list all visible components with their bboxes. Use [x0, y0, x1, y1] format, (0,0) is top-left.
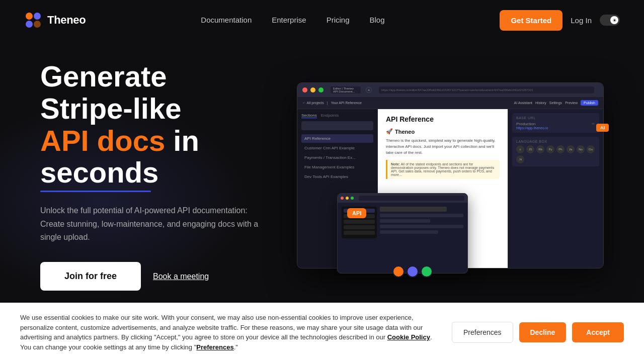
- cookie-buttons: Preferences Decline Accept: [452, 322, 624, 343]
- secondary-main: [380, 207, 463, 238]
- sidebar-dev-tools[interactable]: Dev Tools API Examples: [301, 172, 373, 181]
- avatar-3: [421, 265, 433, 278]
- cookie-banner: We use essential cookies to make our sit…: [0, 303, 644, 362]
- sec-row1: [380, 207, 447, 212]
- svg-point-0: [26, 13, 33, 20]
- lang-nodejs[interactable]: No: [577, 145, 585, 153]
- dot-yellow: [310, 87, 315, 93]
- sec-row2: [380, 214, 463, 217]
- hero-title: Generate Stripe-like API docs in seconds: [40, 60, 267, 192]
- preferences-button[interactable]: Preferences: [452, 322, 513, 343]
- api-ref-badge-text: Theneo: [395, 129, 415, 135]
- nav-right: Get Started Log In ☀: [500, 10, 620, 31]
- lang-js[interactable]: JS: [526, 145, 534, 153]
- navbar: Theneo Documentation Enterprise Pricing …: [0, 0, 644, 40]
- sec-dot-yellow: [346, 197, 349, 200]
- sidebar-search[interactable]: [301, 121, 373, 130]
- sec-dot-green: [351, 197, 354, 200]
- nav-blog[interactable]: Blog: [369, 16, 384, 24]
- lang-net[interactable]: .N: [516, 155, 524, 163]
- avatar-row: [392, 265, 433, 278]
- api-ref-title: API Reference: [386, 115, 500, 123]
- hero-left: Generate Stripe-like API docs in seconds…: [40, 60, 267, 291]
- nav-links: Documentation Enterprise Pricing Blog: [201, 16, 384, 25]
- sections-tab[interactable]: Sections: [301, 113, 317, 118]
- theme-toggle-button[interactable]: ☀: [600, 15, 620, 26]
- avatar-2: [407, 265, 419, 278]
- get-started-button[interactable]: Get Started: [500, 10, 562, 31]
- api-ref-badge: 🚀 Theneo: [386, 128, 415, 135]
- theme-knob: ☀: [610, 16, 618, 24]
- logo[interactable]: Theneo: [24, 11, 86, 29]
- sec-url-bar: [359, 196, 464, 201]
- sec-row5: [380, 230, 438, 234]
- breadcrumb-all[interactable]: ← All projects: [302, 101, 324, 105]
- hero-title-api: API docs: [40, 124, 165, 157]
- lang-php[interactable]: Ph: [556, 145, 565, 153]
- preferences-link[interactable]: Preferences: [196, 343, 233, 351]
- nav-documentation[interactable]: Documentation: [201, 16, 252, 24]
- edit-icon[interactable]: ✏: [592, 122, 595, 126]
- sidebar-file-mgmt[interactable]: File Management Examples: [301, 163, 373, 171]
- ai-assistant-btn[interactable]: AI Assistant: [514, 101, 532, 105]
- sec-sidebar-item3: [344, 220, 375, 224]
- browser-bar: Editor | Theneo API Document... + https:…: [297, 83, 603, 97]
- hero-section: Generate Stripe-like API docs in seconds…: [0, 40, 644, 291]
- sec-sidebar-item4: [344, 225, 375, 229]
- hero-underline: [40, 191, 151, 192]
- svg-point-3: [34, 21, 41, 28]
- sidebar-payments[interactable]: Payments / Transaction Ex...: [301, 153, 373, 162]
- secondary-bar: [338, 194, 467, 203]
- sec-row3: [380, 219, 430, 223]
- nav-pricing[interactable]: Pricing: [327, 16, 350, 24]
- language-dots: c JS Rb Py Ph Ja No Go .N: [516, 145, 595, 163]
- endpoints-tab[interactable]: Endpoints: [321, 113, 339, 118]
- theneo-logo-icon: [24, 11, 42, 29]
- login-button[interactable]: Log In: [571, 16, 592, 25]
- hero-title-line1: Generate Stripe-like: [40, 60, 181, 125]
- lang-curl[interactable]: c: [516, 145, 524, 153]
- publish-btn[interactable]: Publish: [581, 100, 598, 106]
- sidebar-customer-crm[interactable]: Customer Crm API Example: [301, 144, 373, 152]
- hero-right: Editor | Theneo API Document... + https:…: [297, 82, 604, 268]
- dot-green: [318, 87, 324, 93]
- sec-row4: [380, 225, 463, 228]
- sec-dot-red: [341, 197, 344, 200]
- nav-enterprise[interactable]: Enterprise: [272, 16, 306, 24]
- breadcrumb-api-ref[interactable]: Your API Reference: [331, 101, 362, 105]
- browser-tab[interactable]: Editor | Theneo API Document...: [333, 87, 358, 93]
- avatar-1: [392, 265, 405, 278]
- api-badge: API: [347, 208, 366, 218]
- settings-btn[interactable]: Settings: [549, 101, 562, 105]
- browser-url-bar[interactable]: https://app.theneo.io/editor/647aa335eb1…: [379, 86, 594, 94]
- ai-badge: AI: [596, 124, 609, 132]
- decline-button[interactable]: Decline: [519, 322, 567, 342]
- book-meeting-button[interactable]: Book a meeting: [153, 272, 209, 281]
- sidebar-api-reference[interactable]: API Reference: [301, 134, 373, 143]
- language-box-label: LANGUAGE BOX: [516, 140, 595, 143]
- browser-url: https://app.theneo.io/editor/647aa335eb1…: [381, 88, 533, 92]
- svg-point-2: [26, 21, 33, 28]
- sec-sidebar-item5: [344, 231, 375, 235]
- lang-ruby[interactable]: Rb: [536, 145, 544, 153]
- api-ref-description: Theneo is the quickest, simplest way to …: [386, 138, 500, 156]
- logo-text: Theneo: [47, 14, 86, 27]
- production-label: Production: [516, 122, 535, 126]
- join-free-button[interactable]: Join for free: [40, 262, 141, 291]
- cookie-policy-link[interactable]: Cookie Policy: [387, 333, 430, 341]
- hero-buttons: Join for free Book a meeting: [40, 262, 267, 291]
- hero-subtitle: Unlock the full potential of AI-powered …: [40, 204, 267, 244]
- language-box-section: LANGUAGE BOX c JS Rb Py Ph Ja No Go .N: [512, 137, 599, 166]
- lang-go[interactable]: Go: [587, 145, 595, 153]
- new-tab-icon[interactable]: +: [368, 88, 370, 93]
- preview-btn[interactable]: Preview: [565, 101, 578, 105]
- secondary-mockup: [337, 193, 468, 274]
- base-url-section: BASE URL Production ✏ https://app.theneo…: [512, 113, 599, 133]
- note-box: Note: All of the stated endpoints and se…: [386, 160, 500, 179]
- accept-button[interactable]: Accept: [572, 322, 624, 342]
- history-btn[interactable]: History: [535, 101, 546, 105]
- lang-java[interactable]: Ja: [567, 145, 575, 153]
- rocket-icon: 🚀: [386, 128, 393, 135]
- lang-python[interactable]: Py: [546, 145, 554, 153]
- cookie-text: We use essential cookies to make our sit…: [20, 313, 440, 352]
